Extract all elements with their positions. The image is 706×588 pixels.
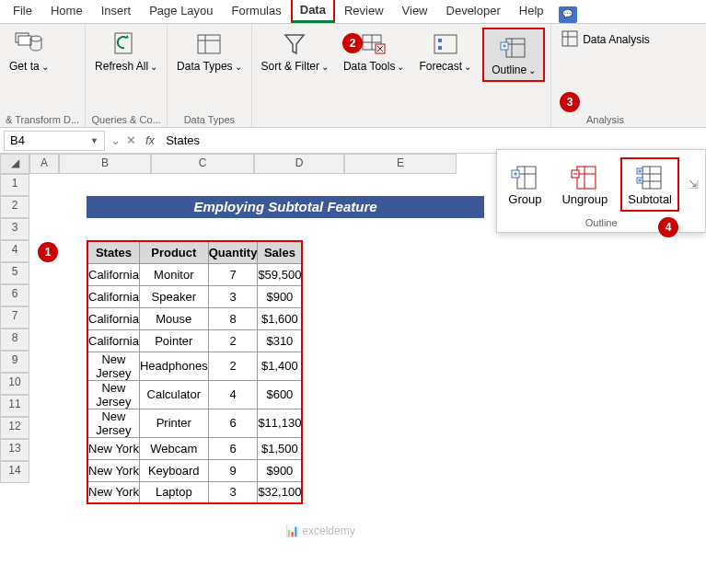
cell[interactable]: 8 bbox=[208, 307, 258, 329]
formula-bar[interactable]: States bbox=[160, 132, 706, 149]
cell[interactable]: $310 bbox=[258, 329, 303, 352]
cell[interactable]: $32,100 bbox=[258, 481, 303, 503]
header-product[interactable]: Product bbox=[139, 241, 208, 263]
col-D[interactable]: D bbox=[254, 154, 344, 174]
cell[interactable]: New Jersey bbox=[87, 409, 139, 437]
cell[interactable]: 2 bbox=[208, 352, 258, 380]
expand-icon[interactable]: ⇲ bbox=[685, 157, 701, 212]
cell[interactable]: $1,500 bbox=[258, 437, 303, 459]
row-6[interactable]: 6 bbox=[0, 284, 29, 306]
row-8[interactable]: 8 bbox=[0, 329, 29, 351]
cell[interactable]: California bbox=[87, 307, 139, 329]
row-10[interactable]: 10 bbox=[0, 373, 29, 395]
cell[interactable]: New York bbox=[87, 459, 139, 481]
refresh-all-button[interactable]: Refresh All bbox=[91, 28, 161, 75]
tab-insert[interactable]: Insert bbox=[92, 0, 141, 23]
row-1[interactable]: 1 bbox=[0, 174, 29, 196]
cell[interactable]: Keyboard bbox=[139, 459, 208, 481]
cell[interactable]: New Jersey bbox=[87, 380, 139, 409]
cell[interactable]: 2 bbox=[208, 329, 258, 352]
comments-icon[interactable]: 💬 bbox=[559, 6, 577, 23]
tab-page-layout[interactable]: Page Layou bbox=[140, 0, 222, 23]
cell[interactable]: 3 bbox=[208, 285, 258, 307]
table-row[interactable]: New YorkKeyboard9$900 bbox=[87, 459, 302, 481]
table-row[interactable]: New YorkWebcam6$1,500 bbox=[87, 437, 302, 459]
insert-function-icon[interactable]: ⌄ bbox=[110, 133, 121, 147]
header-quantity[interactable]: Quantity bbox=[208, 241, 258, 263]
title-cell[interactable]: Employing Subtotal Feature bbox=[87, 196, 484, 218]
cell[interactable]: $1,600 bbox=[258, 307, 303, 329]
cell[interactable]: $900 bbox=[258, 285, 303, 307]
cell[interactable]: $59,500 bbox=[258, 263, 303, 285]
row-4[interactable]: 4 bbox=[0, 240, 29, 262]
select-all[interactable]: ◢ bbox=[0, 154, 29, 174]
get-data-button[interactable]: Get ta bbox=[6, 28, 52, 75]
cell[interactable]: $600 bbox=[258, 380, 303, 409]
group-button[interactable]: Group bbox=[501, 157, 549, 212]
data-analysis-button[interactable]: Data Analysis bbox=[557, 28, 654, 50]
tab-home[interactable]: Home bbox=[41, 0, 92, 23]
tab-review[interactable]: Review bbox=[335, 0, 393, 23]
cell[interactable]: Mouse bbox=[139, 307, 208, 329]
cell[interactable]: Printer bbox=[139, 409, 208, 437]
row-5[interactable]: 5 bbox=[0, 262, 29, 284]
cell[interactable]: California bbox=[87, 329, 139, 352]
cell[interactable]: Speaker bbox=[139, 285, 208, 307]
data-table[interactable]: States Product Quantity Sales California… bbox=[87, 240, 303, 504]
col-B[interactable]: B bbox=[59, 154, 151, 174]
row-13[interactable]: 13 bbox=[0, 439, 29, 461]
table-row[interactable]: CaliforniaSpeaker3$900 bbox=[87, 285, 302, 307]
table-row[interactable]: New YorkLaptop3$32,100 bbox=[87, 481, 302, 503]
subtotal-button[interactable]: Subtotal bbox=[620, 157, 679, 212]
cell[interactable]: New York bbox=[87, 481, 139, 503]
tab-data[interactable]: Data bbox=[291, 0, 335, 23]
row-3[interactable]: 3 bbox=[0, 218, 29, 240]
row-2[interactable]: 2 bbox=[0, 196, 29, 218]
cell[interactable]: 7 bbox=[208, 263, 258, 285]
table-row[interactable]: New JerseyPrinter6$11,130 bbox=[87, 409, 302, 437]
cell[interactable]: 3 bbox=[208, 481, 258, 503]
table-row[interactable]: CaliforniaMonitor7$59,500 bbox=[87, 263, 302, 285]
data-types-button[interactable]: Data Types bbox=[173, 28, 245, 75]
cell[interactable]: Laptop bbox=[139, 481, 208, 503]
table-row[interactable]: New JerseyCalculator4$600 bbox=[87, 380, 302, 409]
row-7[interactable]: 7 bbox=[0, 306, 29, 329]
tab-developer[interactable]: Developer bbox=[437, 0, 510, 23]
cell[interactable]: Monitor bbox=[139, 263, 208, 285]
cell[interactable]: 6 bbox=[208, 409, 258, 437]
cell[interactable]: $900 bbox=[258, 459, 303, 481]
cell[interactable]: Pointer bbox=[139, 329, 208, 352]
table-row[interactable]: CaliforniaPointer2$310 bbox=[87, 329, 302, 352]
sort-filter-button[interactable]: Sort & Filter bbox=[258, 28, 332, 82]
col-C[interactable]: C bbox=[151, 154, 254, 174]
table-row[interactable]: New JerseyHeadphones2$1,400 bbox=[87, 352, 302, 380]
cell[interactable]: $11,130 bbox=[258, 409, 303, 437]
cell[interactable]: $1,400 bbox=[258, 352, 303, 380]
tab-file[interactable]: File bbox=[4, 0, 41, 23]
table-row[interactable]: CaliforniaMouse8$1,600 bbox=[87, 307, 302, 329]
tab-view[interactable]: View bbox=[393, 0, 437, 23]
row-14[interactable]: 14 bbox=[0, 461, 29, 483]
cell[interactable]: 9 bbox=[208, 459, 258, 481]
cell[interactable]: New York bbox=[87, 437, 139, 459]
ungroup-button[interactable]: Ungroup bbox=[554, 157, 615, 212]
cancel-icon[interactable]: ✕ bbox=[126, 133, 136, 147]
cell[interactable]: Headphones bbox=[139, 352, 208, 380]
header-sales[interactable]: Sales bbox=[258, 241, 303, 263]
cell[interactable]: California bbox=[87, 285, 139, 307]
cell[interactable]: 6 bbox=[208, 437, 258, 459]
row-11[interactable]: 11 bbox=[0, 395, 29, 417]
row-9[interactable]: 9 bbox=[0, 351, 29, 373]
fx-icon[interactable]: fx bbox=[145, 133, 155, 147]
cell[interactable]: 4 bbox=[208, 380, 258, 409]
row-12[interactable]: 12 bbox=[0, 417, 29, 439]
name-box[interactable]: B4▼ bbox=[4, 131, 105, 151]
cell[interactable]: Calculator bbox=[139, 380, 208, 409]
col-A[interactable]: A bbox=[29, 154, 59, 174]
tab-formulas[interactable]: Formulas bbox=[223, 0, 291, 23]
cell[interactable]: California bbox=[87, 263, 139, 285]
forecast-button[interactable]: Forecast bbox=[415, 28, 475, 82]
outline-button[interactable]: Outline bbox=[482, 28, 545, 82]
cell[interactable]: Webcam bbox=[139, 437, 208, 459]
tab-help[interactable]: Help bbox=[510, 0, 553, 23]
